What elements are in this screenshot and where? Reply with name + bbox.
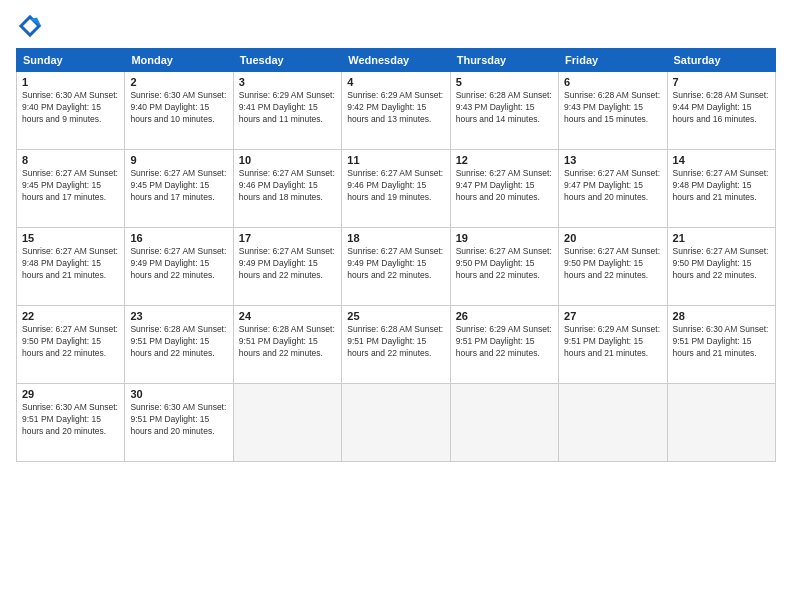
day-cell-1: 1Sunrise: 6:30 AM Sunset: 9:40 PM Daylig… [17,72,125,150]
day-number: 7 [673,76,770,88]
day-cell-4: 4Sunrise: 6:29 AM Sunset: 9:42 PM Daylig… [342,72,450,150]
day-info: Sunrise: 6:30 AM Sunset: 9:51 PM Dayligh… [22,402,119,438]
day-info: Sunrise: 6:27 AM Sunset: 9:47 PM Dayligh… [564,168,661,204]
day-info: Sunrise: 6:28 AM Sunset: 9:43 PM Dayligh… [564,90,661,126]
day-cell-30: 30Sunrise: 6:30 AM Sunset: 9:51 PM Dayli… [125,384,233,462]
day-number: 21 [673,232,770,244]
day-cell-2: 2Sunrise: 6:30 AM Sunset: 9:40 PM Daylig… [125,72,233,150]
day-info: Sunrise: 6:27 AM Sunset: 9:50 PM Dayligh… [673,246,770,282]
day-cell-17: 17Sunrise: 6:27 AM Sunset: 9:49 PM Dayli… [233,228,341,306]
day-number: 16 [130,232,227,244]
empty-cell [667,384,775,462]
day-cell-16: 16Sunrise: 6:27 AM Sunset: 9:49 PM Dayli… [125,228,233,306]
day-info: Sunrise: 6:27 AM Sunset: 9:50 PM Dayligh… [564,246,661,282]
day-number: 29 [22,388,119,400]
day-number: 24 [239,310,336,322]
logo-icon [16,12,44,40]
day-cell-9: 9Sunrise: 6:27 AM Sunset: 9:45 PM Daylig… [125,150,233,228]
day-info: Sunrise: 6:28 AM Sunset: 9:51 PM Dayligh… [347,324,444,360]
day-info: Sunrise: 6:30 AM Sunset: 9:40 PM Dayligh… [130,90,227,126]
day-info: Sunrise: 6:27 AM Sunset: 9:46 PM Dayligh… [347,168,444,204]
calendar-table: SundayMondayTuesdayWednesdayThursdayFrid… [16,48,776,462]
day-info: Sunrise: 6:28 AM Sunset: 9:51 PM Dayligh… [239,324,336,360]
day-number: 28 [673,310,770,322]
day-number: 5 [456,76,553,88]
weekday-header-wednesday: Wednesday [342,49,450,72]
day-info: Sunrise: 6:29 AM Sunset: 9:51 PM Dayligh… [564,324,661,360]
day-cell-5: 5Sunrise: 6:28 AM Sunset: 9:43 PM Daylig… [450,72,558,150]
day-cell-18: 18Sunrise: 6:27 AM Sunset: 9:49 PM Dayli… [342,228,450,306]
day-cell-6: 6Sunrise: 6:28 AM Sunset: 9:43 PM Daylig… [559,72,667,150]
day-cell-28: 28Sunrise: 6:30 AM Sunset: 9:51 PM Dayli… [667,306,775,384]
weekday-header-row: SundayMondayTuesdayWednesdayThursdayFrid… [17,49,776,72]
empty-cell [450,384,558,462]
day-number: 12 [456,154,553,166]
day-info: Sunrise: 6:27 AM Sunset: 9:50 PM Dayligh… [456,246,553,282]
day-info: Sunrise: 6:27 AM Sunset: 9:45 PM Dayligh… [22,168,119,204]
day-cell-26: 26Sunrise: 6:29 AM Sunset: 9:51 PM Dayli… [450,306,558,384]
day-cell-12: 12Sunrise: 6:27 AM Sunset: 9:47 PM Dayli… [450,150,558,228]
logo [16,12,48,40]
day-number: 11 [347,154,444,166]
day-number: 9 [130,154,227,166]
calendar-week-1: 8Sunrise: 6:27 AM Sunset: 9:45 PM Daylig… [17,150,776,228]
day-info: Sunrise: 6:30 AM Sunset: 9:51 PM Dayligh… [130,402,227,438]
day-info: Sunrise: 6:29 AM Sunset: 9:41 PM Dayligh… [239,90,336,126]
empty-cell [342,384,450,462]
day-info: Sunrise: 6:27 AM Sunset: 9:49 PM Dayligh… [130,246,227,282]
day-cell-20: 20Sunrise: 6:27 AM Sunset: 9:50 PM Dayli… [559,228,667,306]
day-info: Sunrise: 6:27 AM Sunset: 9:45 PM Dayligh… [130,168,227,204]
day-number: 3 [239,76,336,88]
day-cell-11: 11Sunrise: 6:27 AM Sunset: 9:46 PM Dayli… [342,150,450,228]
calendar-week-2: 15Sunrise: 6:27 AM Sunset: 9:48 PM Dayli… [17,228,776,306]
empty-cell [233,384,341,462]
day-cell-8: 8Sunrise: 6:27 AM Sunset: 9:45 PM Daylig… [17,150,125,228]
day-number: 14 [673,154,770,166]
day-cell-29: 29Sunrise: 6:30 AM Sunset: 9:51 PM Dayli… [17,384,125,462]
day-cell-7: 7Sunrise: 6:28 AM Sunset: 9:44 PM Daylig… [667,72,775,150]
day-number: 20 [564,232,661,244]
day-cell-3: 3Sunrise: 6:29 AM Sunset: 9:41 PM Daylig… [233,72,341,150]
day-number: 1 [22,76,119,88]
day-number: 18 [347,232,444,244]
day-info: Sunrise: 6:30 AM Sunset: 9:40 PM Dayligh… [22,90,119,126]
calendar-week-0: 1Sunrise: 6:30 AM Sunset: 9:40 PM Daylig… [17,72,776,150]
day-cell-13: 13Sunrise: 6:27 AM Sunset: 9:47 PM Dayli… [559,150,667,228]
day-cell-19: 19Sunrise: 6:27 AM Sunset: 9:50 PM Dayli… [450,228,558,306]
day-cell-10: 10Sunrise: 6:27 AM Sunset: 9:46 PM Dayli… [233,150,341,228]
day-info: Sunrise: 6:30 AM Sunset: 9:51 PM Dayligh… [673,324,770,360]
day-cell-21: 21Sunrise: 6:27 AM Sunset: 9:50 PM Dayli… [667,228,775,306]
day-number: 2 [130,76,227,88]
day-number: 4 [347,76,444,88]
day-number: 22 [22,310,119,322]
header [16,12,776,40]
day-info: Sunrise: 6:27 AM Sunset: 9:47 PM Dayligh… [456,168,553,204]
weekday-header-friday: Friday [559,49,667,72]
day-number: 10 [239,154,336,166]
day-number: 8 [22,154,119,166]
calendar-week-4: 29Sunrise: 6:30 AM Sunset: 9:51 PM Dayli… [17,384,776,462]
weekday-header-thursday: Thursday [450,49,558,72]
empty-cell [559,384,667,462]
day-info: Sunrise: 6:27 AM Sunset: 9:49 PM Dayligh… [347,246,444,282]
weekday-header-saturday: Saturday [667,49,775,72]
day-number: 23 [130,310,227,322]
weekday-header-tuesday: Tuesday [233,49,341,72]
page: SundayMondayTuesdayWednesdayThursdayFrid… [0,0,792,612]
day-info: Sunrise: 6:29 AM Sunset: 9:51 PM Dayligh… [456,324,553,360]
day-info: Sunrise: 6:27 AM Sunset: 9:49 PM Dayligh… [239,246,336,282]
day-number: 30 [130,388,227,400]
day-info: Sunrise: 6:27 AM Sunset: 9:48 PM Dayligh… [673,168,770,204]
weekday-header-monday: Monday [125,49,233,72]
day-number: 27 [564,310,661,322]
day-number: 19 [456,232,553,244]
day-cell-14: 14Sunrise: 6:27 AM Sunset: 9:48 PM Dayli… [667,150,775,228]
day-cell-27: 27Sunrise: 6:29 AM Sunset: 9:51 PM Dayli… [559,306,667,384]
day-info: Sunrise: 6:27 AM Sunset: 9:48 PM Dayligh… [22,246,119,282]
day-number: 17 [239,232,336,244]
day-info: Sunrise: 6:29 AM Sunset: 9:42 PM Dayligh… [347,90,444,126]
day-cell-22: 22Sunrise: 6:27 AM Sunset: 9:50 PM Dayli… [17,306,125,384]
day-number: 26 [456,310,553,322]
day-number: 13 [564,154,661,166]
day-cell-23: 23Sunrise: 6:28 AM Sunset: 9:51 PM Dayli… [125,306,233,384]
